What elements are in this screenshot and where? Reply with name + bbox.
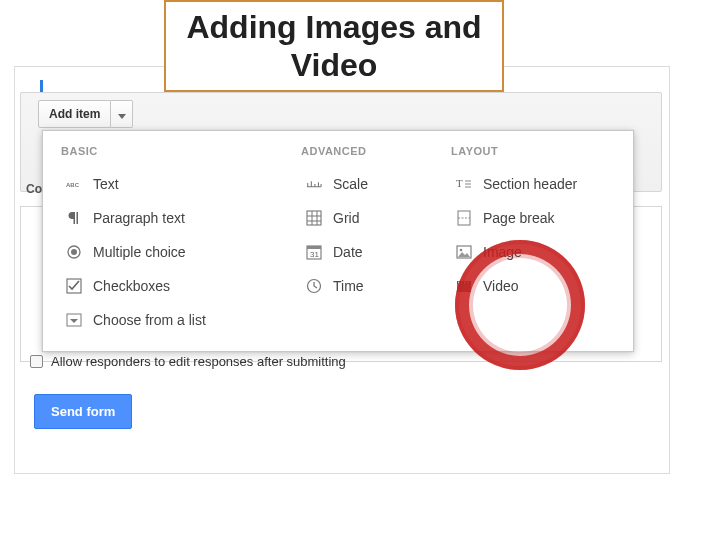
- menu-item-video[interactable]: Video: [451, 269, 621, 303]
- menu-label: Video: [483, 278, 519, 294]
- svg-text:T: T: [456, 177, 463, 189]
- menu-label: Image: [483, 244, 522, 260]
- menu-item-section-header[interactable]: T Section header: [451, 167, 621, 201]
- checkbox-icon: [65, 277, 83, 295]
- svg-rect-18: [464, 282, 466, 284]
- menu-item-image[interactable]: Image: [451, 235, 621, 269]
- menu-heading-advanced: ADVANCED: [301, 145, 451, 157]
- menu-heading-layout: LAYOUT: [451, 145, 621, 157]
- menu-label: Date: [333, 244, 363, 260]
- clock-icon: [305, 277, 323, 295]
- menu-label: Multiple choice: [93, 244, 186, 260]
- add-item-dropdown-toggle[interactable]: [111, 100, 133, 128]
- menu-item-multiple-choice[interactable]: Multiple choice: [61, 235, 301, 269]
- menu-item-text[interactable]: ABC Text: [61, 167, 301, 201]
- dropdown-icon: [65, 311, 83, 329]
- menu-label: Choose from a list: [93, 312, 206, 328]
- allow-edit-row[interactable]: Allow responders to edit responses after…: [30, 354, 346, 369]
- text-caret: [40, 80, 43, 92]
- page-break-icon: [455, 209, 473, 227]
- svg-text:ABC: ABC: [66, 182, 80, 188]
- menu-label: Grid: [333, 210, 359, 226]
- paragraph-icon: [65, 209, 83, 227]
- svg-rect-7: [307, 246, 321, 249]
- svg-text:31: 31: [310, 250, 319, 259]
- allow-edit-checkbox[interactable]: [30, 355, 43, 368]
- menu-label: Text: [93, 176, 119, 192]
- confirmation-label-fragment: Co: [26, 182, 42, 196]
- menu-col-layout: LAYOUT T Section header Page break Image…: [451, 145, 621, 339]
- svg-rect-5: [307, 211, 321, 225]
- menu-item-date[interactable]: 31 Date: [301, 235, 451, 269]
- menu-col-basic: BASIC ABC Text Paragraph text Multiple c…: [51, 145, 301, 339]
- slide-title: Adding Images and Video: [164, 0, 504, 92]
- scale-icon: [305, 175, 323, 193]
- menu-label: Page break: [483, 210, 555, 226]
- caret-down-icon: [118, 107, 126, 122]
- menu-item-grid[interactable]: Grid: [301, 201, 451, 235]
- menu-item-choose-from-list[interactable]: Choose from a list: [61, 303, 301, 337]
- calendar-date-icon: 31: [305, 243, 323, 261]
- svg-point-13: [460, 249, 463, 252]
- slide-title-text: Adding Images and Video: [166, 8, 502, 85]
- image-icon: [455, 243, 473, 261]
- menu-heading-basic: BASIC: [61, 145, 301, 157]
- menu-col-advanced: ADVANCED Scale Grid 31 Date Time: [301, 145, 451, 339]
- add-item-menu: BASIC ABC Text Paragraph text Multiple c…: [42, 130, 634, 352]
- section-header-icon: T: [455, 175, 473, 193]
- send-form-button[interactable]: Send form: [34, 394, 132, 429]
- add-item-split-button[interactable]: Add item: [38, 100, 133, 128]
- menu-item-page-break[interactable]: Page break: [451, 201, 621, 235]
- svg-rect-16: [458, 282, 460, 284]
- svg-rect-19: [467, 282, 469, 284]
- add-item-button[interactable]: Add item: [38, 100, 111, 128]
- menu-label: Section header: [483, 176, 577, 192]
- svg-point-2: [71, 249, 77, 255]
- menu-label: Scale: [333, 176, 368, 192]
- video-icon: [455, 277, 473, 295]
- menu-item-scale[interactable]: Scale: [301, 167, 451, 201]
- radio-icon: [65, 243, 83, 261]
- svg-rect-17: [461, 282, 463, 284]
- menu-label: Checkboxes: [93, 278, 170, 294]
- menu-item-checkboxes[interactable]: Checkboxes: [61, 269, 301, 303]
- menu-item-paragraph-text[interactable]: Paragraph text: [61, 201, 301, 235]
- grid-icon: [305, 209, 323, 227]
- allow-edit-label: Allow responders to edit responses after…: [51, 354, 346, 369]
- menu-item-time[interactable]: Time: [301, 269, 451, 303]
- menu-label: Paragraph text: [93, 210, 185, 226]
- menu-label: Time: [333, 278, 364, 294]
- text-abc-icon: ABC: [65, 175, 83, 193]
